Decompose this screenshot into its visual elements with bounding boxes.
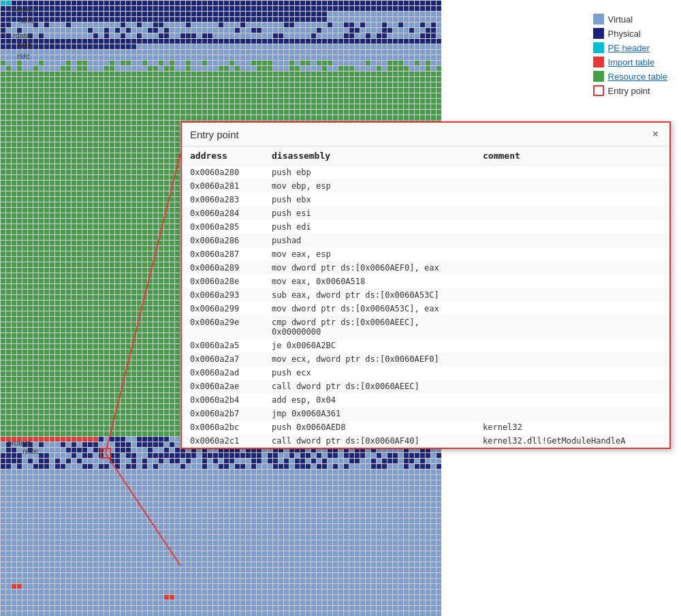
cell-disassembly: push ecx <box>264 366 475 380</box>
virtual-label: Virtual <box>608 14 633 25</box>
cell-comment: kernel32 <box>475 420 669 434</box>
cell-comment <box>475 247 669 261</box>
cell-address: 0x0060a29e <box>182 315 264 339</box>
table-row: 0x0060a2aecall dword ptr ds:[0x0060AEEC] <box>182 380 669 393</box>
cell-disassembly: add esp, 0x04 <box>264 393 475 407</box>
cell-address: 0x0060a283 <box>182 193 264 206</box>
legend-import: Import table <box>593 57 667 67</box>
legend-virtual: Virtual <box>593 14 667 25</box>
cell-address: 0x0060a281 <box>182 179 264 193</box>
cell-disassembly: push edi <box>264 220 475 234</box>
cell-address: 0x0060a2bc <box>182 420 264 434</box>
table-row: 0x0060a2b4add esp, 0x04 <box>182 393 669 407</box>
cell-comment <box>475 302 669 315</box>
cell-comment <box>475 393 669 407</box>
legend-pe-header: PE header <box>593 42 667 53</box>
section-header: header <box>12 5 35 14</box>
table-row: 0x0060a285push edi <box>182 220 669 234</box>
cell-disassembly: push ebp <box>264 166 475 180</box>
resource-label[interactable]: Resource table <box>608 72 667 82</box>
cell-address: 0x0060a286 <box>182 234 264 247</box>
table-row: 0x0060a28emov eax, 0x0060A518 <box>182 275 669 288</box>
cell-disassembly: je 0x0060A2BC <box>264 339 475 352</box>
pe-header-swatch <box>593 42 604 53</box>
cell-comment <box>475 315 669 339</box>
section-rsrc: .rsrc <box>15 52 29 60</box>
cell-comment <box>475 193 669 206</box>
section-rdata: .rdata <box>11 31 30 40</box>
table-row: 0x0060a2a7mov ecx, dword ptr ds:[0x0060A… <box>182 352 669 366</box>
legend-physical: Physical <box>593 28 667 39</box>
import-swatch <box>593 57 604 67</box>
cell-address: 0x0060a28e <box>182 275 264 288</box>
cell-comment: kernel32.dll!GetModuleHandleA <box>475 434 669 448</box>
col-header-comment: comment <box>475 147 669 166</box>
dialog-titlebar: Entry point × <box>182 123 669 147</box>
section-reloc: .reloc <box>20 447 39 455</box>
table-row: 0x0060a29ecmp dword ptr ds:[0x0060AEEC],… <box>182 315 669 339</box>
cell-address: 0x0060a287 <box>182 247 264 261</box>
section-text: .text <box>19 16 33 25</box>
cell-disassembly: mov dword ptr ds:[0x0060A53C], eax <box>264 302 475 315</box>
table-row: 0x0060a289mov dword ptr ds:[0x0060AEF0],… <box>182 261 669 275</box>
entry-pt-label: Entry point <box>608 86 650 96</box>
cell-comment <box>475 275 669 288</box>
cell-address: 0x0060a280 <box>182 166 264 180</box>
col-header-disassembly: disassembly <box>264 147 475 166</box>
cell-disassembly: sub eax, dword ptr ds:[0x0060A53C] <box>264 288 475 302</box>
cell-disassembly: cmp dword ptr ds:[0x0060AEEC], 0x0000000… <box>264 315 475 339</box>
cell-comment <box>475 380 669 393</box>
physical-label: Physical <box>608 29 641 39</box>
cell-comment <box>475 206 669 220</box>
cell-disassembly: pushad <box>264 234 475 247</box>
table-row: 0x0060a281mov ebp, esp <box>182 179 669 193</box>
cell-address: 0x0060a2b4 <box>182 393 264 407</box>
physical-swatch <box>593 28 604 39</box>
table-row: 0x0060a2a5je 0x0060A2BC <box>182 339 669 352</box>
cell-address: 0x0060a299 <box>182 302 264 315</box>
cell-disassembly: jmp 0x0060A361 <box>264 407 475 420</box>
pe-header-label[interactable]: PE header <box>608 43 650 53</box>
table-header-row: address disassembly comment <box>182 147 669 166</box>
cell-disassembly: mov dword ptr ds:[0x0060AEF0], eax <box>264 261 475 275</box>
table-row: 0x0060a284push esi <box>182 206 669 220</box>
cell-address: 0x0060a2a5 <box>182 339 264 352</box>
legend-resource: Resource table <box>593 71 667 82</box>
cell-comment <box>475 366 669 380</box>
cell-comment <box>475 179 669 193</box>
cell-comment <box>475 339 669 352</box>
cell-disassembly: call dword ptr ds:[0x0060AEEC] <box>264 380 475 393</box>
cell-disassembly: push ebx <box>264 193 475 206</box>
entry-pt-swatch <box>593 85 604 96</box>
table-row: 0x0060a286pushad <box>182 234 669 247</box>
table-row: 0x0060a299mov dword ptr ds:[0x0060A53C],… <box>182 302 669 315</box>
cell-disassembly: call dword ptr ds:[0x0060AF40] <box>264 434 475 448</box>
cell-address: 0x0060a289 <box>182 261 264 275</box>
import-label[interactable]: Import table <box>608 57 655 67</box>
col-header-address: address <box>182 147 264 166</box>
table-row: 0x0060a2adpush ecx <box>182 366 669 380</box>
cell-address: 0x0060a2ad <box>182 366 264 380</box>
cell-disassembly: mov ebp, esp <box>264 179 475 193</box>
cell-address: 0x0060a284 <box>182 206 264 220</box>
section-data: .data <box>15 41 31 49</box>
cell-disassembly: mov eax, esp <box>264 247 475 261</box>
cell-disassembly: mov eax, 0x0060A518 <box>264 275 475 288</box>
entry-point-dialog: Entry point × address disassembly commen… <box>180 121 671 449</box>
dialog-close-button[interactable]: × <box>650 128 661 140</box>
resource-swatch <box>593 71 604 82</box>
cell-comment <box>475 261 669 275</box>
cell-comment <box>475 288 669 302</box>
cell-address: 0x0060a2ae <box>182 380 264 393</box>
table-row: 0x0060a283push ebx <box>182 193 669 206</box>
table-row: 0x0060a287mov eax, esp <box>182 247 669 261</box>
cell-address: 0x0060a2c1 <box>182 434 264 448</box>
disassembly-table: address disassembly comment 0x0060a280pu… <box>182 147 669 448</box>
legend: Virtual Physical PE header Import table … <box>593 14 667 96</box>
cell-comment <box>475 234 669 247</box>
table-row: 0x0060a2c1call dword ptr ds:[0x0060AF40]… <box>182 434 669 448</box>
cell-comment <box>475 166 669 180</box>
cell-comment <box>475 407 669 420</box>
cell-comment <box>475 352 669 366</box>
virtual-swatch <box>593 14 604 25</box>
